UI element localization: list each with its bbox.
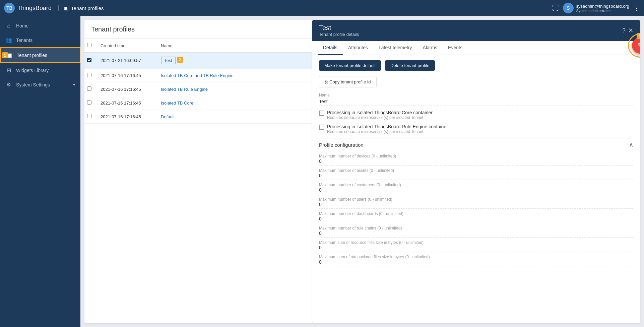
user-role: System administrator — [576, 9, 629, 13]
option-rule-engine-subtitle: Requires separate microservice(s) per is… — [327, 129, 448, 134]
sidebar-item-system-settings[interactable]: ⚙ System Settings ▾ — [0, 77, 80, 92]
settings-icon: ⚙ — [5, 81, 12, 88]
topbar-menu-button[interactable]: ⋮ — [633, 4, 640, 12]
table-row[interactable]: 2021-07-16 17:16:45Default — [84, 110, 312, 124]
page-title: Tenant profiles — [71, 5, 104, 11]
widgets-icon: ⊞ — [5, 67, 12, 73]
option-core-title: Processing in isolated ThingsBoard Core … — [327, 110, 433, 115]
sidebar-item-home[interactable]: ⌂ Home — [0, 19, 80, 33]
sidebar: ⌂ Home 👥 Tenants 1 ▣ Tenant profiles ⊞ W… — [0, 16, 80, 327]
tenants-icon: 👥 — [5, 37, 12, 43]
cell-name[interactable]: Isolated TB Core — [158, 96, 312, 110]
table-row[interactable]: 2021-07-21 16:09:57Test2 — [84, 53, 312, 69]
sidebar-item-tenant-profiles[interactable]: 1 ▣ Tenant profiles — [0, 47, 80, 63]
cell-name[interactable]: Default — [158, 110, 312, 124]
row-checkbox[interactable] — [87, 58, 91, 62]
user-info: S sysadmin@thingsboard.org System admini… — [563, 3, 629, 13]
copy-id-button[interactable]: ⎘ Copy tenant profile Id — [319, 76, 377, 87]
detail-header-right: ? ✕ — [622, 27, 633, 34]
sidebar-item-widgets-library[interactable]: ⊞ Widgets Library — [0, 63, 80, 77]
content-area: Tenant profiles Created time ↓ — [80, 16, 644, 327]
table-container: Created time ↓ Name 2021-07-21 16:09:57T… — [84, 39, 312, 323]
profile-config-title: Profile configuration — [319, 142, 364, 148]
help-button[interactable]: ? — [622, 27, 626, 34]
detail-tabs: Details Attributes Latest telemetry Alar… — [312, 41, 640, 55]
tab-attributes[interactable]: Attributes — [343, 41, 373, 55]
table-header-row: Created time ↓ Name — [84, 39, 312, 53]
fullscreen-button[interactable]: ⛶ — [552, 4, 559, 12]
delete-profile-button[interactable]: Delete tenant profile — [385, 60, 435, 71]
row-checkbox[interactable] — [87, 114, 91, 118]
config-field-value: 0 — [319, 259, 633, 266]
tab-events[interactable]: Events — [443, 41, 468, 55]
sidebar-item-label: Tenants — [16, 38, 33, 43]
tab-alarms[interactable]: Alarms — [417, 41, 443, 55]
config-field-value: 0 — [319, 158, 633, 166]
make-default-button[interactable]: Make tenant profile default — [319, 60, 381, 71]
table-row[interactable]: 2021-07-16 17:16:45Isolated TB Core — [84, 96, 312, 110]
avatar: S — [563, 3, 574, 13]
config-field-label: Maximum sum of ota package files size in… — [319, 255, 633, 259]
cell-date: 2021-07-16 17:16:45 — [98, 96, 158, 110]
config-field-value: 0 — [319, 202, 633, 209]
tab-latest-telemetry[interactable]: Latest telemetry — [373, 41, 417, 55]
sidebar-badge-1: 1 — [2, 52, 8, 58]
table-row[interactable]: 2021-07-16 17:16:45Isolated TB Rule Engi… — [84, 82, 312, 96]
edit-icon: ✎ — [637, 42, 640, 50]
name-label: Name — [161, 43, 173, 48]
row-checkbox[interactable] — [87, 73, 91, 77]
cell-name[interactable]: Test2 — [158, 53, 312, 69]
logo-icon: TB — [4, 3, 15, 13]
config-field-label: Maximum sum of resource files size in by… — [319, 240, 633, 245]
tab-details[interactable]: Details — [318, 41, 343, 55]
user-details: sysadmin@thingsboard.org System administ… — [576, 4, 629, 13]
config-field: Maximum sum of ota package files size in… — [319, 255, 633, 266]
app-logo: TB ThingsBoard — [4, 3, 52, 13]
config-field: Maximum number of customers (0 - unlimit… — [319, 183, 633, 194]
page-title-bar: ▣ Tenant profiles — [58, 5, 104, 11]
col-name-header[interactable]: Name — [158, 39, 312, 53]
option-core-container: Processing in isolated ThingsBoard Core … — [319, 110, 633, 120]
detail-subtitle: Tenant profile details — [319, 32, 359, 37]
sidebar-item-label: System Settings — [16, 82, 50, 87]
sort-desc-icon: ↓ — [128, 44, 130, 48]
option-rule-engine-text: Processing in isolated ThingsBoard Rule … — [327, 124, 448, 134]
col-created-time-header[interactable]: Created time ↓ — [98, 39, 158, 53]
home-icon: ⌂ — [5, 23, 12, 29]
option-core-checkbox[interactable] — [319, 111, 324, 116]
logo-text: ThingsBoard — [17, 5, 52, 12]
sidebar-item-tenants[interactable]: 👥 Tenants — [0, 33, 80, 47]
config-field: Maximum number of devices (0 - unlimited… — [319, 154, 633, 166]
copy-id-label: Copy tenant profile Id — [329, 79, 371, 84]
config-field-value: 0 — [319, 187, 633, 194]
option-core-subtitle: Requires separate microservice(s) per is… — [327, 115, 433, 120]
close-button[interactable]: ✕ — [628, 27, 633, 34]
detail-header: Test Tenant profile details ? ✕ — [312, 20, 640, 41]
option-rule-engine-checkbox[interactable] — [319, 125, 324, 130]
list-panel-title: Tenant profiles — [91, 25, 135, 33]
name-field-label: Name — [319, 93, 633, 97]
config-field-label: Maximum number of assets (0 - unlimited) — [319, 168, 633, 173]
cell-date: 2021-07-16 17:16:45 — [98, 69, 158, 82]
sidebar-item-label: Home — [16, 23, 28, 28]
created-time-label: Created time — [101, 43, 125, 48]
name-field-group: Name Test — [319, 93, 633, 106]
section-collapse-icon: ∧ — [629, 141, 633, 148]
col-check-header — [84, 39, 98, 53]
detail-header-left: Test Tenant profile details — [319, 24, 359, 37]
cell-name[interactable]: Isolated TB Core and TB Rule Engine — [158, 69, 312, 82]
table-row[interactable]: 2021-07-16 17:16:45Isolated TB Core and … — [84, 69, 312, 82]
topbar-right: ⛶ S sysadmin@thingsboard.org System admi… — [552, 3, 640, 13]
config-field-value: 0 — [319, 216, 633, 223]
row-checkbox[interactable] — [87, 86, 91, 91]
config-field-value: 0 — [319, 231, 633, 238]
fab-badge: 3 — [637, 33, 640, 39]
cell-name[interactable]: Isolated TB Rule Engine — [158, 82, 312, 96]
row-checkbox[interactable] — [87, 100, 91, 105]
detail-content: Make tenant profile default Delete tenan… — [312, 55, 640, 323]
detail-panel: Test Tenant profile details ? ✕ 3 ✎ Deta… — [312, 20, 640, 323]
option-rule-engine-container: Processing in isolated ThingsBoard Rule … — [319, 124, 633, 134]
profile-config-section-header[interactable]: Profile configuration ∧ — [319, 138, 633, 151]
config-field: Maximum number of assets (0 - unlimited)… — [319, 168, 633, 180]
select-all-checkbox[interactable] — [87, 43, 91, 47]
